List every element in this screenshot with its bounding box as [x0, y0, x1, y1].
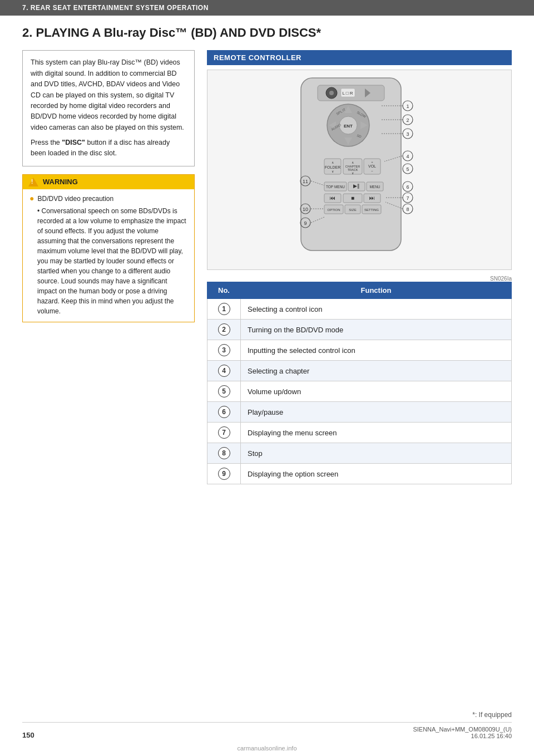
- doc-name: SIENNA_Navi+MM_OM08009U_(U): [413, 726, 512, 733]
- table-row: 2Turning on the BD/DVD mode: [207, 320, 512, 340]
- svg-text:∨: ∨: [352, 171, 354, 175]
- remote-image-container: L □ R 1 2 3: [207, 70, 512, 270]
- table-row: 4Selecting a chapter: [207, 361, 512, 381]
- table-cell-no: 5: [207, 381, 241, 402]
- number-circle: 1: [218, 303, 230, 315]
- col-header-function: Function: [241, 282, 512, 299]
- svg-text:+: +: [371, 160, 373, 164]
- number-circle: 6: [218, 406, 230, 418]
- table-cell-function: Inputting the selected control icon: [241, 340, 512, 361]
- svg-text:SIZE: SIZE: [349, 208, 356, 212]
- info-paragraph-1: This system can play Blu-ray Disc™ (BD) …: [31, 57, 186, 133]
- table-cell-no: 9: [207, 464, 241, 484]
- svg-text:■: ■: [351, 195, 354, 201]
- table-body: 1Selecting a control icon2Turning on the…: [207, 299, 512, 484]
- doc-info: SIENNA_Navi+MM_OM08009U_(U) 16.01.25 16:…: [413, 726, 512, 739]
- svg-text:VOL: VOL: [368, 164, 376, 168]
- table-row: 3Inputting the selected control icon: [207, 340, 512, 361]
- number-circle: 9: [218, 468, 230, 480]
- number-circle: 3: [218, 344, 230, 356]
- warning-main-bullet: ● BD/DVD video precaution: [29, 194, 187, 204]
- chapter-title: 2. PLAYING A Blu-ray Disc™ (BD) AND DVD …: [22, 26, 512, 40]
- table-cell-function: Selecting a control icon: [241, 299, 512, 320]
- section-title: 7. REAR SEAT ENTERTAINMENT SYSTEM OPERAT…: [22, 4, 209, 12]
- svg-text:▶‖: ▶‖: [353, 183, 360, 189]
- svg-text:−: −: [371, 169, 373, 173]
- number-circle: 4: [218, 365, 230, 377]
- number-circle: 5: [218, 385, 230, 397]
- table-cell-no: 6: [207, 402, 241, 423]
- svg-text:11: 11: [303, 179, 308, 184]
- number-circle: 8: [218, 447, 230, 459]
- svg-text:1: 1: [406, 104, 409, 109]
- table-cell-no: 4: [207, 361, 241, 381]
- table-row: 9Displaying the option screen: [207, 464, 512, 484]
- footer-note: *: If equipped: [22, 711, 512, 719]
- warning-main-text: BD/DVD video precaution: [37, 194, 113, 204]
- section-header: 7. REAR SEAT ENTERTAINMENT SYSTEM OPERAT…: [0, 0, 534, 16]
- page-wrapper: 7. REAR SEAT ENTERTAINMENT SYSTEM OPERAT…: [0, 0, 534, 756]
- sn-label: SN026Ia: [207, 276, 512, 282]
- left-column: This system can play Blu-ray Disc™ (BD) …: [22, 50, 195, 322]
- watermark: carmanualsonline.info: [237, 745, 296, 752]
- table-row: 6Play/pause: [207, 402, 512, 423]
- svg-text:OPTION: OPTION: [327, 208, 340, 212]
- svg-text:10: 10: [303, 207, 308, 212]
- table-cell-no: 8: [207, 443, 241, 464]
- table-row: 1Selecting a control icon: [207, 299, 512, 320]
- warning-box: WARNING ● BD/DVD video precaution Conver…: [22, 174, 195, 322]
- table-cell-no: 3: [207, 340, 241, 361]
- warning-title: WARNING: [43, 178, 78, 186]
- page-number: 150: [22, 731, 34, 739]
- svg-text:7: 7: [406, 195, 409, 201]
- table-cell-function: Volume up/down: [241, 381, 512, 402]
- number-circle: 7: [218, 426, 230, 439]
- warning-header: WARNING: [23, 175, 194, 189]
- info-box: This system can play Blu-ray Disc™ (BD) …: [22, 50, 195, 166]
- svg-text:2: 2: [406, 117, 409, 123]
- warning-triangle-icon: [28, 178, 38, 186]
- svg-text:9: 9: [304, 220, 306, 226]
- svg-text:3: 3: [406, 131, 409, 137]
- col-header-no: No.: [207, 282, 241, 299]
- warning-sub-text: Conversational speech on some BDs/DVDs i…: [29, 206, 187, 316]
- table-cell-function: Play/pause: [241, 402, 512, 423]
- svg-text:8: 8: [406, 207, 409, 212]
- table-cell-function: Turning on the BD/DVD mode: [241, 320, 512, 340]
- svg-text:∧: ∧: [332, 161, 334, 164]
- number-circle: 2: [218, 323, 230, 336]
- warning-body: ● BD/DVD video precaution Conversational…: [23, 189, 194, 322]
- function-table: No. Function 1Selecting a control icon2T…: [207, 282, 512, 484]
- table-row: 8Stop: [207, 443, 512, 464]
- table-cell-function: Displaying the option screen: [241, 464, 512, 484]
- info-paragraph-2: Press the "DISC" button if a disc has al…: [31, 138, 186, 159]
- svg-text:6: 6: [406, 184, 409, 190]
- svg-text:5: 5: [406, 166, 409, 172]
- svg-text:∧: ∧: [352, 161, 354, 164]
- svg-text:TOP MENU: TOP MENU: [326, 185, 345, 189]
- doc-date: 16.01.25 16:40: [413, 733, 512, 739]
- svg-text:∨: ∨: [332, 170, 334, 173]
- page-footer: *: If equipped 150 SIENNA_Navi+MM_OM0800…: [0, 711, 534, 739]
- bullet-dot-icon: ●: [29, 194, 34, 203]
- table-cell-function: Selecting a chapter: [241, 361, 512, 381]
- right-column: REMOTE CONTROLLER L □ R: [207, 50, 512, 484]
- svg-text:SETTING: SETTING: [364, 208, 379, 212]
- table-cell-function: Stop: [241, 443, 512, 464]
- main-content: 2. PLAYING A Blu-ray Disc™ (BD) AND DVD …: [0, 16, 534, 501]
- svg-point-3: [329, 91, 334, 95]
- table-header-row: No. Function: [207, 282, 512, 299]
- svg-text:FOLDER: FOLDER: [325, 165, 340, 169]
- two-column-layout: This system can play Blu-ray Disc™ (BD) …: [22, 50, 512, 484]
- remote-controller-label: REMOTE CONTROLLER: [207, 50, 512, 65]
- table-cell-no: 2: [207, 320, 241, 340]
- table-cell-function: Displaying the menu screen: [241, 423, 512, 443]
- table-row: 7Displaying the menu screen: [207, 423, 512, 443]
- disc-bold: "DISC": [62, 139, 85, 146]
- remote-control-image: L □ R 1 2 3: [284, 75, 434, 264]
- table-row: 5Volume up/down: [207, 381, 512, 402]
- footer-doc: 150 SIENNA_Navi+MM_OM08009U_(U) 16.01.25…: [22, 722, 512, 739]
- svg-text:⏮: ⏮: [330, 195, 335, 201]
- svg-text:⏭: ⏭: [369, 195, 375, 201]
- table-cell-no: 7: [207, 423, 241, 443]
